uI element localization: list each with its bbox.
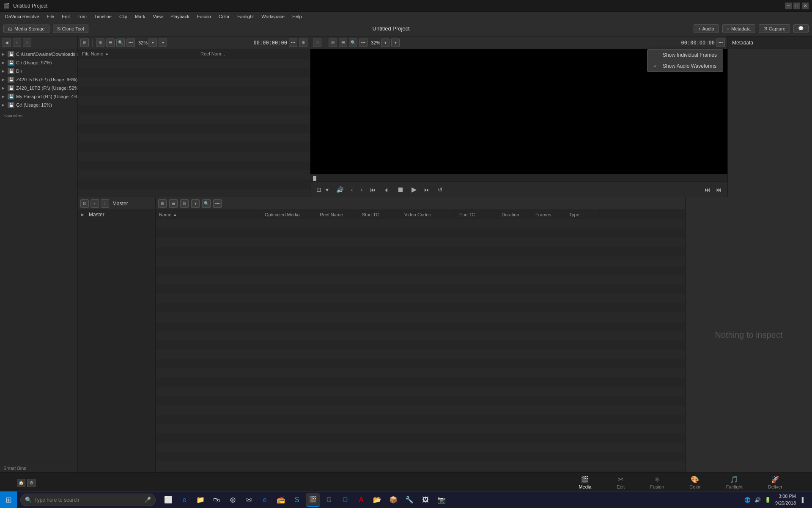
- options-btn[interactable]: ▾: [159, 39, 167, 47]
- metadata-button[interactable]: ≡ Metadata: [722, 24, 755, 33]
- sidebar-item-g[interactable]: ▶ 💾 G:\ (Usage: 10%): [0, 101, 77, 109]
- step-back-btn[interactable]: ›: [359, 185, 365, 194]
- prev-clip-btn[interactable]: ‹: [349, 185, 355, 194]
- list-view-btn[interactable]: ☰: [106, 39, 115, 47]
- menu-davinci-resolve[interactable]: DaVinci Resolve: [2, 13, 43, 20]
- photos-icon[interactable]: 📷: [435, 493, 448, 507]
- app3-icon[interactable]: 🖼: [419, 493, 432, 507]
- tab-media[interactable]: 🎬 Media: [566, 474, 604, 492]
- ie-icon[interactable]: e: [258, 493, 272, 507]
- viewer-more-btn[interactable]: •••: [359, 39, 368, 47]
- viewer-layout-btn[interactable]: □: [313, 39, 321, 47]
- panel-toggle-btn[interactable]: ⊡: [80, 199, 89, 208]
- sidebar-item-downloads[interactable]: ▶ 💾 C:\Users\Dwaine\Downloads (U...: [0, 50, 77, 58]
- menu-file[interactable]: File: [44, 13, 58, 20]
- master-bin-item[interactable]: ▶ Master: [78, 210, 155, 219]
- start-button[interactable]: ⊞: [0, 491, 17, 508]
- clone-tool-button[interactable]: ⎘ Clone Tool: [53, 25, 89, 33]
- media-storage-button[interactable]: 🗂 Media Storage: [3, 25, 49, 33]
- chrome-icon[interactable]: ⊕: [226, 493, 239, 507]
- task-view-btn[interactable]: ⬜: [162, 493, 175, 507]
- show-individual-frames-item[interactable]: Show Individual Frames: [647, 50, 723, 61]
- sidebar-item-c[interactable]: ▶ 💾 C:\ (Usage: 97%): [0, 58, 77, 67]
- show-audio-waveforms-item[interactable]: ✓ Show Audio Waveforms: [647, 61, 723, 72]
- menu-fusion[interactable]: Fusion: [194, 13, 214, 20]
- tab-edit[interactable]: ✂ Edit: [604, 474, 637, 492]
- sidebar-item-z420-10tb[interactable]: ▶ 💾 Z420_10TB (F:\) (Usage: 52%): [0, 84, 77, 92]
- tab-color[interactable]: 🎨 Color: [677, 474, 713, 492]
- viewer-tc-menu[interactable]: •••: [716, 39, 725, 47]
- acrobat-icon[interactable]: A: [354, 493, 368, 507]
- davinci-taskbar-icon[interactable]: 🎬: [306, 493, 320, 507]
- network-icon[interactable]: 🌐: [743, 496, 752, 504]
- viewer-zoom-down[interactable]: ▾: [381, 39, 390, 47]
- taskbar-search-box[interactable]: 🔍 Type here to search 🎤: [20, 494, 156, 506]
- pool-list-btn[interactable]: ☰: [169, 199, 178, 208]
- more-btn[interactable]: •••: [126, 39, 135, 47]
- folder2-icon[interactable]: 📂: [370, 493, 384, 507]
- sidebar-item-d[interactable]: ▶ 💾 D:\: [0, 67, 77, 75]
- mail-icon[interactable]: ✉: [242, 493, 255, 507]
- pool-layout-btn[interactable]: ⊡: [180, 199, 189, 208]
- audio-button[interactable]: ♪ Audio: [694, 24, 719, 33]
- podcast-icon[interactable]: 📻: [274, 493, 288, 507]
- store-icon[interactable]: 🛍: [210, 493, 223, 507]
- menu-mark[interactable]: Mark: [132, 13, 148, 20]
- outlook-icon[interactable]: O: [338, 493, 352, 507]
- loop-btn[interactable]: ↺: [436, 185, 444, 194]
- menu-edit[interactable]: Edit: [58, 13, 73, 20]
- bins-forward-btn[interactable]: ›: [101, 199, 109, 208]
- play-back-btn[interactable]: ⏴: [382, 185, 391, 194]
- frame-back-btn[interactable]: ⏭: [703, 185, 712, 194]
- sidebar-forward-btn[interactable]: ›: [23, 39, 31, 47]
- sidebar-back-btn[interactable]: ‹: [13, 39, 21, 47]
- explorer-icon[interactable]: 📁: [194, 493, 207, 507]
- stop-btn[interactable]: ⏹: [395, 185, 406, 194]
- skip-first-btn[interactable]: ⏮: [368, 185, 378, 194]
- viewer-list-btn[interactable]: ☰: [339, 39, 347, 47]
- sidebar-collapse-btn[interactable]: ◀: [3, 39, 11, 47]
- menu-clip[interactable]: Clip: [116, 13, 131, 20]
- menu-fairlight[interactable]: Fairlight: [234, 13, 257, 20]
- capture-button[interactable]: ⊡ Capture: [759, 24, 790, 33]
- menu-workspace[interactable]: Workspace: [258, 13, 288, 20]
- close-button[interactable]: ✕: [802, 3, 809, 9]
- tab-deliver[interactable]: 🚀 Deliver: [755, 474, 795, 492]
- panel-icon-btn[interactable]: ⊞: [80, 39, 89, 47]
- volume-btn[interactable]: 🔊: [335, 185, 345, 194]
- settings-btn[interactable]: ⚙: [27, 479, 36, 487]
- battery-icon[interactable]: 🔋: [763, 496, 772, 504]
- viewer-options-btn[interactable]: ⚙: [299, 39, 307, 47]
- home-btn[interactable]: 🏠: [17, 479, 25, 487]
- volume-systray-icon[interactable]: 🔊: [753, 496, 762, 504]
- grid-view-btn[interactable]: ⊞: [96, 39, 104, 47]
- viewer-search-btn[interactable]: 🔍: [349, 39, 357, 47]
- viewer-grid-btn[interactable]: ⊞: [329, 39, 337, 47]
- edge-icon[interactable]: e: [178, 493, 191, 507]
- menu-playback[interactable]: Playback: [167, 13, 193, 20]
- timecode-menu-btn[interactable]: •••: [289, 39, 297, 47]
- screen-size-arrow[interactable]: ▾: [324, 185, 330, 194]
- play-btn[interactable]: ▶: [410, 185, 418, 194]
- bins-back-btn[interactable]: ‹: [91, 199, 99, 208]
- menu-view[interactable]: View: [149, 13, 166, 20]
- chat-button[interactable]: 💬: [793, 24, 809, 33]
- screen-size-btn[interactable]: ⊡: [315, 185, 323, 194]
- menu-trim[interactable]: Trim: [74, 13, 90, 20]
- search-btn[interactable]: 🔍: [116, 39, 125, 47]
- app1-icon[interactable]: 📦: [387, 493, 400, 507]
- minimize-button[interactable]: ─: [785, 3, 792, 9]
- pool-grid-btn[interactable]: ⊞: [158, 199, 167, 208]
- menu-color[interactable]: Color: [215, 13, 233, 20]
- frame-forward-btn[interactable]: ⏮: [714, 185, 723, 194]
- playhead-marker[interactable]: [313, 176, 316, 181]
- tab-fusion[interactable]: ⚛ Fusion: [637, 474, 677, 492]
- zoom-dropdown-btn[interactable]: ▾: [148, 39, 157, 47]
- pool-search-btn[interactable]: 🔍: [202, 199, 211, 208]
- viewer-opts-btn[interactable]: ▾: [391, 39, 400, 47]
- skip-last-btn[interactable]: ⏭: [422, 185, 432, 194]
- app2-icon[interactable]: 🔧: [403, 493, 416, 507]
- green-icon[interactable]: G: [322, 493, 336, 507]
- menu-timeline[interactable]: Timeline: [91, 13, 115, 20]
- tab-fairlight[interactable]: 🎵 Fairlight: [713, 474, 755, 492]
